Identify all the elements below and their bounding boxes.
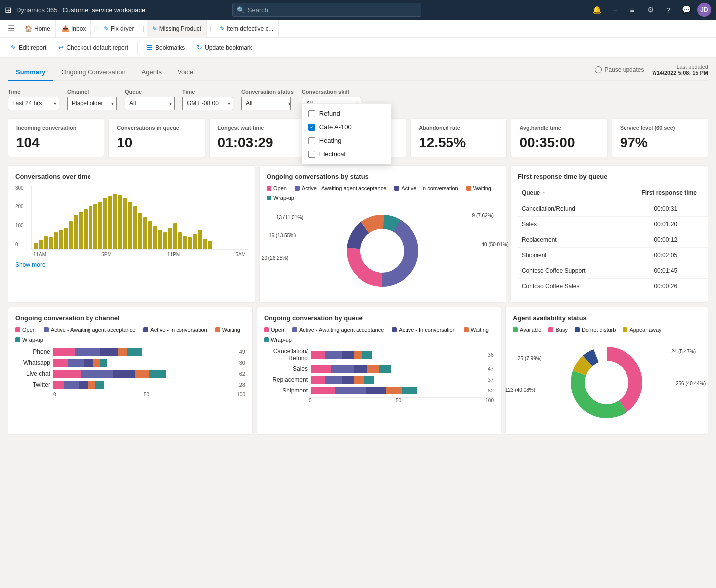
main-content: Summary Ongoing Conversation Agents Voic… bbox=[0, 58, 716, 445]
skill-option-heating[interactable]: Heating bbox=[302, 134, 391, 147]
channel-select[interactable]: Placeholder Phone Chat bbox=[67, 97, 117, 110]
bookmarks-button[interactable]: ☰ Bookmarks bbox=[142, 40, 190, 56]
checkout-icon: ↩ bbox=[58, 44, 64, 51]
tab-missing-product[interactable]: ✎ Missing Product bbox=[147, 20, 207, 38]
search-bar[interactable]: 🔍 Search bbox=[232, 3, 421, 17]
skill-option-cafe[interactable]: ✓ Café A-100 bbox=[302, 120, 391, 134]
agent-label-dnd: 24 (5.47%) bbox=[671, 349, 696, 354]
bar-segment bbox=[128, 202, 132, 249]
skill-dropdown: Refund ✓ Café A-100 Heating Electrical bbox=[302, 103, 391, 164]
show-more-link[interactable]: Show more bbox=[15, 261, 248, 268]
filters-row: Time Last 24 hrs Last 7 days Last 30 day… bbox=[8, 89, 708, 110]
app-name: Dynamics 365 bbox=[16, 6, 57, 14]
bar-segment bbox=[98, 202, 102, 249]
bar-segment bbox=[148, 221, 152, 249]
help-icon[interactable]: ? bbox=[661, 3, 675, 17]
home-icon: 🏠 bbox=[25, 25, 32, 32]
tab-item-defective[interactable]: ✎ Item defective o... bbox=[215, 20, 279, 38]
queue-table-scroll[interactable]: Cancellation/Refund00:00:31Sales00:01:20… bbox=[518, 201, 708, 294]
bar-segment bbox=[69, 221, 73, 249]
skill-checkbox-heating[interactable] bbox=[308, 137, 315, 144]
bar-segment bbox=[79, 212, 83, 249]
bar-segment bbox=[158, 230, 162, 249]
donut-label-waiting: 13 (11.01%) bbox=[276, 215, 303, 220]
timezone-select[interactable]: GMT -08:00 GMT +00:00 bbox=[182, 97, 233, 110]
agent-label-available: 123 (40.08%) bbox=[505, 387, 535, 392]
pause-updates-button[interactable]: ⏸ Pause updates bbox=[595, 66, 644, 73]
bar-segment bbox=[59, 230, 63, 249]
channel-select-wrapper[interactable]: Placeholder Phone Chat bbox=[67, 97, 117, 110]
queue-select[interactable]: All bbox=[125, 97, 175, 110]
hamburger-button[interactable]: ☰ bbox=[4, 20, 19, 38]
bar-segment bbox=[198, 230, 202, 249]
update-bookmark-button[interactable]: ↻ Update bookmark bbox=[192, 40, 257, 56]
h-bar-row: Phone49 bbox=[15, 348, 245, 356]
table-row: Sales00:01:20 bbox=[518, 217, 708, 232]
table-row: Contoso Coffee Support00:01:45 bbox=[518, 263, 708, 279]
legend-active-in-conv: Active - In conversation bbox=[394, 185, 458, 191]
tab-agents[interactable]: Agents bbox=[134, 64, 170, 81]
h-bar-row: Whatsapp30 bbox=[15, 359, 245, 367]
grid-icon[interactable]: ⊞ bbox=[5, 5, 11, 15]
bar-segment bbox=[188, 237, 192, 249]
filter-time2: Time GMT -08:00 GMT +00:00 bbox=[182, 89, 233, 110]
search-placeholder: Search bbox=[248, 6, 268, 14]
notification-icon[interactable]: 🔔 bbox=[590, 3, 604, 17]
conv-status-select[interactable]: All Active Waiting bbox=[241, 97, 291, 110]
channel-legend: Open Active - Awaiting agent acceptance … bbox=[15, 327, 245, 343]
bar-segment bbox=[168, 228, 172, 249]
table-row: Replacement00:00:12 bbox=[518, 232, 708, 248]
add-icon[interactable]: ＋ bbox=[608, 3, 622, 17]
bar-segment bbox=[44, 236, 48, 249]
h-bar-track bbox=[53, 359, 234, 367]
chart-ongoing-by-status: Ongoing conversations by status Open Act… bbox=[259, 165, 506, 303]
bar-segment bbox=[93, 204, 97, 249]
filter-time: Time Last 24 hrs Last 7 days Last 30 day… bbox=[8, 89, 59, 110]
avatar[interactable]: JD bbox=[697, 3, 711, 17]
inbox-icon: 📥 bbox=[62, 25, 69, 32]
tab-home[interactable]: 🏠 Home bbox=[20, 20, 56, 38]
queue-col-header[interactable]: Queue ↑ bbox=[518, 187, 549, 198]
bar-chart-labels: 11AM 5PM 11PM 5AM bbox=[31, 252, 248, 257]
timezone-select-wrapper[interactable]: GMT -08:00 GMT +00:00 bbox=[182, 97, 233, 110]
skill-checkbox-cafe[interactable]: ✓ bbox=[308, 124, 315, 131]
tab-summary[interactable]: Summary bbox=[8, 64, 53, 81]
skill-checkbox-electrical[interactable] bbox=[308, 151, 315, 158]
kpi-longest-wait: Longest wait time 01:03:29 bbox=[209, 118, 306, 157]
chart-ongoing-by-queue: Ongoing conversation by queue Open Activ… bbox=[257, 307, 501, 435]
panel-icon[interactable]: ≡ bbox=[626, 3, 639, 17]
skill-checkbox-refund[interactable] bbox=[308, 110, 315, 117]
edit-report-button[interactable]: ✎ Edit report bbox=[6, 40, 51, 56]
chart-first-response-time: First response time by queue Queue ↑ Fir… bbox=[510, 165, 708, 303]
bookmarks-icon: ☰ bbox=[147, 44, 153, 51]
bar-segment bbox=[54, 232, 58, 249]
skill-option-electrical[interactable]: Electrical bbox=[302, 147, 391, 161]
tab-inbox[interactable]: 📥 Inbox bbox=[57, 20, 91, 38]
h-bar-row: Live chat62 bbox=[15, 370, 245, 378]
time-select[interactable]: Last 24 hrs Last 7 days Last 30 days bbox=[8, 97, 59, 110]
checkout-report-button[interactable]: ↩ Checkout default report bbox=[53, 40, 133, 56]
queue-select-wrapper[interactable]: All bbox=[125, 97, 175, 110]
tab-fix-dryer[interactable]: ✎ Fix dryer bbox=[99, 20, 140, 38]
tab-ongoing-conversation[interactable]: Ongoing Conversation bbox=[53, 64, 133, 81]
bar-segment bbox=[49, 237, 53, 249]
table-row: Shipment00:02:05 bbox=[518, 248, 708, 263]
skill-option-refund[interactable]: Refund bbox=[302, 107, 391, 120]
bar-segment bbox=[173, 223, 177, 249]
h-bar-row: Cancellation/ Refund36 bbox=[264, 348, 494, 362]
bar-segment bbox=[163, 232, 167, 249]
conv-status-select-wrapper[interactable]: All Active Waiting bbox=[241, 97, 294, 110]
case-icon-3: ✎ bbox=[220, 25, 225, 32]
legend-active-awaiting: Active - Awaiting agent acceptance bbox=[295, 185, 386, 191]
chat-icon[interactable]: 💬 bbox=[679, 3, 693, 17]
time-select-wrapper[interactable]: Last 24 hrs Last 7 days Last 30 days bbox=[8, 97, 59, 110]
bar-segment bbox=[34, 243, 38, 249]
channel-bars: Phone49Whatsapp30Live chat62Twitter28 bbox=[15, 348, 245, 389]
agent-label-busy: 256 (40.44%) bbox=[676, 381, 706, 386]
settings-icon[interactable]: ⚙ bbox=[643, 3, 657, 17]
charts-row-1: Conversations over time 300 200 100 0 11… bbox=[8, 165, 708, 303]
bar-segment bbox=[138, 213, 142, 249]
tab-voice[interactable]: Voice bbox=[170, 64, 201, 81]
top-nav-icons: 🔔 ＋ ≡ ⚙ ? 💬 JD bbox=[590, 3, 711, 17]
charts-row-2: Ongoing conversation by channel Open Act… bbox=[8, 307, 708, 435]
